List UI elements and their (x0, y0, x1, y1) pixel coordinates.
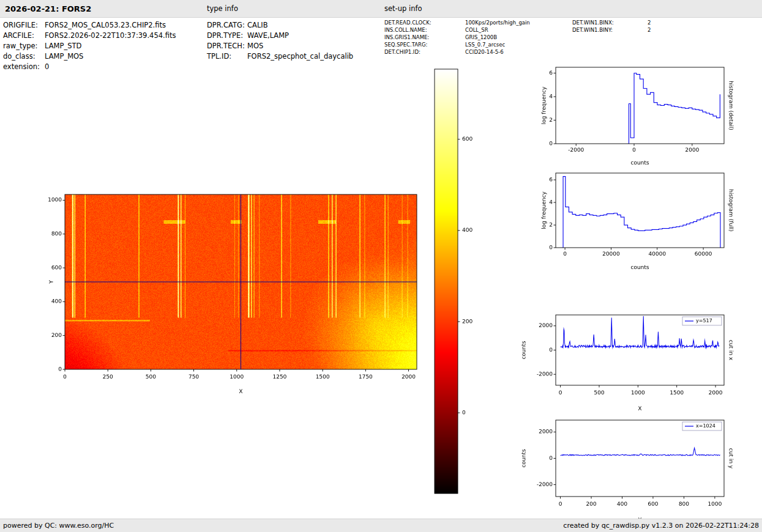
metadata-value: MOS (247, 42, 263, 50)
metadata-key: DPR.TECH: (207, 42, 247, 50)
metadata-key: INS.GRIS1.NAME: (384, 34, 465, 40)
type-info-block: DPR.CATG:CALIBDPR.TYPE:WAVE,LAMPDPR.TECH… (207, 20, 353, 61)
metadata-value: 2 (648, 27, 651, 33)
metadata-row: DET.WIN1.BINY:2 (572, 26, 651, 34)
cut-in-y-plot (514, 413, 750, 526)
footer-qc-link: powered by QC: www.eso.org/HC (3, 519, 114, 532)
metadata-row: ARCFILE:FORS2.2026-02-22T10:37:39.454.fi… (3, 31, 176, 41)
metadata-key: ARCFILE: (3, 31, 45, 40)
setup-info-label: set-up info (384, 0, 422, 18)
metadata-value: COLL_SR (465, 27, 488, 33)
metadata-key: ORIGFILE: (3, 21, 45, 29)
metadata-key: DET.CHIP1.ID: (384, 49, 465, 55)
metadata-key: SEQ.SPEC.TARG: (384, 42, 465, 48)
page-title: 2026-02-21: FORS2 (5, 0, 91, 18)
metadata-value: 100Kps/2ports/high_gain (465, 20, 530, 26)
cut-in-x-plot (514, 308, 750, 415)
metadata-value: CALIB (247, 21, 268, 29)
metadata-value: FORS2.2026-02-22T10:37:39.454.fits (45, 31, 176, 40)
metadata-value: LSS_0.7_arcsec (465, 42, 505, 48)
histogram-full-plot (525, 166, 750, 273)
metadata-value: LAMP_MOS (45, 52, 83, 61)
metadata-key: DPR.TYPE: (207, 31, 247, 40)
metadata-row: DET.CHIP1.ID:CCID20-14-5-6 (384, 48, 530, 56)
metadata-key: INS.COLL.NAME: (384, 27, 465, 33)
metadata-row: DET.READ.CLOCK:100Kps/2ports/high_gain (384, 19, 530, 26)
metadata-value: CCID20-14-5-6 (465, 49, 504, 55)
metadata-row: TPL.ID:FORS2_specphot_cal_daycalib (207, 51, 353, 61)
metadata-key: DET.READ.CLOCK: (384, 20, 465, 26)
footer-bar: powered by QC: www.eso.org/HC created by… (0, 519, 762, 532)
metadata-key: DET.WIN1.BINY: (572, 27, 648, 33)
metadata-value: 0 (45, 62, 49, 71)
metadata-row: DPR.TYPE:WAVE,LAMP (207, 31, 353, 41)
metadata-value: GRIS_1200B (465, 34, 497, 40)
metadata-row: DPR.TECH:MOS (207, 41, 353, 51)
setup-info-block: DET.READ.CLOCK:100Kps/2ports/high_gainIN… (384, 19, 530, 56)
header-bar: 2026-02-21: FORS2 type info set-up info (0, 0, 762, 18)
metadata-row: INS.GRIS1.NAME:GRIS_1200B (384, 34, 530, 41)
metadata-key: TPL.ID: (207, 52, 247, 61)
metadata-row: INS.COLL.NAME:COLL_SR (384, 26, 530, 34)
metadata-value: FORS2_specphot_cal_daycalib (247, 52, 353, 61)
ccd-image-plot (37, 185, 435, 401)
metadata-row: raw_type:LAMP_STD (3, 41, 176, 51)
metadata-key: extension: (3, 62, 45, 71)
file-info-block: ORIGFILE:FORS2_MOS_CAL053.23.CHIP2.fitsA… (3, 20, 176, 72)
metadata-value: LAMP_STD (45, 42, 81, 50)
metadata-key: DPR.CATG: (207, 21, 247, 29)
metadata-value: FORS2_MOS_CAL053.23.CHIP2.fits (45, 21, 166, 29)
metadata-row: ORIGFILE:FORS2_MOS_CAL053.23.CHIP2.fits (3, 20, 176, 31)
metadata-key: DET.WIN1.BINX: (572, 20, 648, 26)
metadata-row: SEQ.SPEC.TARG:LSS_0.7_arcsec (384, 41, 530, 48)
detector-window-block: DET.WIN1.BINX:2DET.WIN1.BINY:2 (572, 19, 651, 34)
metadata-key: raw_type: (3, 42, 45, 50)
metadata-row: do_class:LAMP_MOS (3, 51, 176, 61)
metadata-value: WAVE,LAMP (247, 31, 289, 40)
footer-created-by: created by qc_rawdisp.py v1.2.3 on 2026-… (563, 519, 759, 532)
metadata-row: extension:0 (3, 61, 176, 72)
type-info-label: type info (207, 0, 238, 18)
metadata-row: DPR.CATG:CALIB (207, 20, 353, 31)
metadata-value: 2 (648, 20, 651, 26)
metadata-row: DET.WIN1.BINX:2 (572, 19, 651, 26)
histogram-detail-plot (525, 60, 750, 167)
metadata-key: do_class: (3, 52, 45, 61)
colorbar (428, 64, 480, 501)
